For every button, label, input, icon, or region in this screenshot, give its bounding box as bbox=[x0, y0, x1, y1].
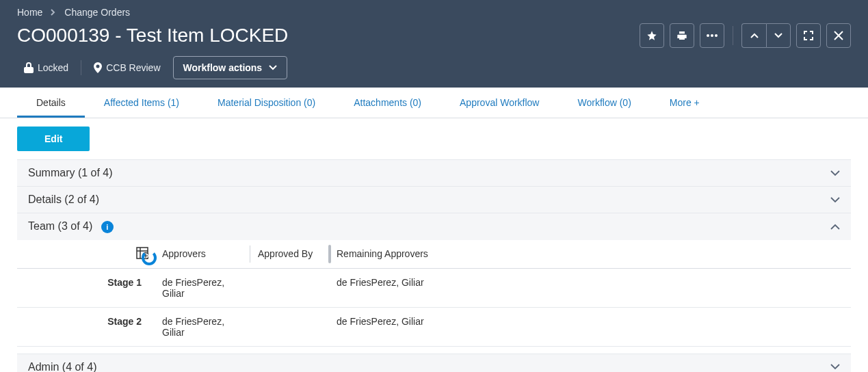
divider bbox=[733, 26, 733, 45]
loading-spinner-icon bbox=[142, 250, 157, 265]
section-team-title: Team (3 of 4) i bbox=[28, 220, 114, 233]
page-header: Home Change Orders CO000139 - Test Item … bbox=[0, 0, 868, 88]
chevron-down-icon bbox=[830, 170, 840, 176]
locked-status: Locked bbox=[17, 58, 75, 77]
tabs: Details Affected Items (1) Material Disp… bbox=[0, 88, 868, 118]
section-team-label: Team (3 of 4) bbox=[28, 220, 92, 232]
favorite-button[interactable] bbox=[640, 23, 664, 48]
chevron-up-icon bbox=[750, 33, 759, 38]
table-settings-icon[interactable] bbox=[136, 247, 148, 259]
section-details-title: Details (2 of 4) bbox=[28, 194, 99, 206]
location-icon bbox=[94, 62, 102, 73]
fullscreen-button[interactable] bbox=[796, 23, 821, 48]
cell-approved-by bbox=[250, 307, 328, 346]
tab-approval-workflow[interactable]: Approval Workflow bbox=[440, 88, 558, 118]
section-summary[interactable]: Summary (1 of 4) bbox=[17, 159, 851, 186]
chevron-down-icon bbox=[774, 33, 782, 38]
tab-more[interactable]: More + bbox=[650, 88, 719, 118]
close-button[interactable] bbox=[826, 23, 851, 48]
print-icon bbox=[676, 30, 687, 41]
tab-workflow[interactable]: Workflow (0) bbox=[558, 88, 650, 118]
info-icon[interactable]: i bbox=[101, 221, 114, 233]
section-team[interactable]: Team (3 of 4) i bbox=[17, 213, 851, 240]
edit-button[interactable]: Edit bbox=[17, 127, 90, 151]
lock-icon bbox=[24, 62, 34, 73]
workflow-actions-button[interactable]: Workflow actions bbox=[173, 56, 288, 79]
content-area: Edit Summary (1 of 4) Details (2 of 4) T… bbox=[0, 118, 868, 372]
nav-down-button[interactable] bbox=[766, 23, 791, 48]
chevron-down-icon bbox=[830, 197, 840, 203]
svg-point-0 bbox=[707, 34, 709, 37]
page-title: CO000139 - Test Item LOCKED bbox=[17, 25, 288, 46]
cell-stage: Stage 2 bbox=[17, 307, 154, 346]
title-row: CO000139 - Test Item LOCKED bbox=[17, 23, 851, 48]
status-row: Locked CCB Review Workflow actions bbox=[17, 56, 851, 79]
fullscreen-icon bbox=[804, 31, 813, 40]
breadcrumb-current[interactable]: Change Orders bbox=[64, 7, 130, 18]
cell-approvers: de FriesPerez, Giliar bbox=[154, 268, 250, 307]
review-status: CCB Review bbox=[87, 58, 167, 77]
nav-group bbox=[741, 23, 791, 48]
tab-details[interactable]: Details bbox=[17, 88, 85, 118]
section-admin-title: Admin (4 of 4) bbox=[28, 361, 96, 372]
cell-remaining: de FriesPerez, Giliar bbox=[328, 307, 851, 346]
chevron-down-icon bbox=[830, 364, 840, 370]
svg-point-2 bbox=[715, 34, 718, 37]
table-settings-header bbox=[17, 240, 154, 269]
section-summary-title: Summary (1 of 4) bbox=[28, 167, 113, 179]
cell-approvers: de FriesPerez, Giliar bbox=[154, 307, 250, 346]
table-row: Stage 1 de FriesPerez, Giliar de FriesPe… bbox=[17, 268, 851, 307]
divider bbox=[81, 60, 81, 75]
breadcrumb: Home Change Orders bbox=[17, 7, 851, 18]
section-admin[interactable]: Admin (4 of 4) bbox=[17, 354, 851, 372]
breadcrumb-home[interactable]: Home bbox=[17, 7, 42, 18]
locked-label: Locked bbox=[38, 62, 68, 73]
review-label: CCB Review bbox=[106, 62, 160, 73]
col-remaining[interactable]: Remaining Approvers bbox=[328, 240, 851, 269]
tab-attachments[interactable]: Attachments (0) bbox=[334, 88, 440, 118]
table-row: Stage 2 de FriesPerez, Giliar de FriesPe… bbox=[17, 307, 851, 346]
chevron-up-icon bbox=[830, 224, 840, 230]
col-approvers[interactable]: Approvers bbox=[154, 240, 250, 269]
svg-point-1 bbox=[711, 34, 713, 37]
more-actions-button[interactable] bbox=[700, 23, 724, 48]
chevron-down-icon bbox=[269, 65, 277, 70]
table-header-row: Approvers Approved By Remaining Approver… bbox=[17, 240, 851, 269]
workflow-label: Workflow actions bbox=[183, 62, 263, 73]
more-icon bbox=[707, 34, 718, 37]
cell-remaining: de FriesPerez, Giliar bbox=[328, 268, 851, 307]
team-table-wrap: Approvers Approved By Remaining Approver… bbox=[17, 240, 851, 354]
tab-affected-items[interactable]: Affected Items (1) bbox=[85, 88, 198, 118]
tab-material-disposition[interactable]: Material Disposition (0) bbox=[198, 88, 334, 118]
section-details[interactable]: Details (2 of 4) bbox=[17, 186, 851, 213]
cell-stage: Stage 1 bbox=[17, 268, 154, 307]
close-icon bbox=[834, 31, 843, 40]
header-actions bbox=[640, 23, 851, 48]
print-button[interactable] bbox=[670, 23, 694, 48]
col-approved-by[interactable]: Approved By bbox=[250, 240, 328, 269]
team-table: Approvers Approved By Remaining Approver… bbox=[17, 240, 851, 347]
chevron-right-icon bbox=[51, 9, 56, 16]
star-icon bbox=[646, 30, 657, 41]
nav-up-button[interactable] bbox=[741, 23, 766, 48]
cell-approved-by bbox=[250, 268, 328, 307]
